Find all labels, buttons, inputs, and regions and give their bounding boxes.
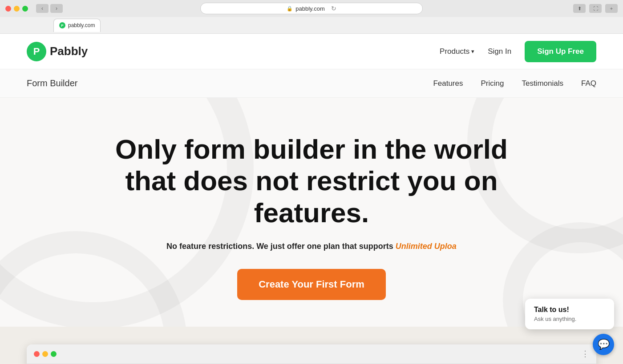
url-text: pabbly.com <box>295 5 325 12</box>
product-title: Form Builder <box>27 78 77 88</box>
hero-subtitle: No feature restrictions. We just offer o… <box>27 242 596 251</box>
new-tab-button[interactable]: + <box>605 4 618 13</box>
maximize-button[interactable] <box>22 6 28 12</box>
second-nav-links: Features Pricing Testimonials FAQ <box>433 79 596 88</box>
forward-button[interactable]: › <box>50 4 63 13</box>
signup-button[interactable]: Sign Up Free <box>525 41 596 62</box>
back-button[interactable]: ‹ <box>36 4 49 13</box>
logo-name: Pabbly <box>50 44 88 58</box>
nav-pricing[interactable]: Pricing <box>481 79 504 88</box>
preview-titlebar: ⋮ <box>27 344 596 364</box>
minimize-button[interactable] <box>14 6 20 12</box>
titlebar: ‹ › 🔒 pabbly.com ↻ ⬆ ⛶ + <box>0 0 623 17</box>
nav-testimonials[interactable]: Testimonials <box>522 79 563 88</box>
products-menu[interactable]: Products ▾ <box>440 47 474 56</box>
chat-subtitle: Ask us anything. <box>534 316 605 322</box>
hero-title: Only form builder in the world that does… <box>111 133 512 228</box>
tab-favicon: P <box>59 22 65 28</box>
browser-nav: ‹ › <box>36 4 63 13</box>
nav-faq[interactable]: FAQ <box>581 79 596 88</box>
chat-widget: Talk to us! Ask us anything. 💬 <box>525 299 614 355</box>
tab-bar: P pabbly.com <box>0 17 623 34</box>
fullscreen-button[interactable]: ⛶ <box>589 4 602 13</box>
window-controls <box>5 6 28 12</box>
top-navbar: P Pabbly Products ▾ Sign In Sign Up Free <box>0 34 623 69</box>
reload-icon[interactable]: ↻ <box>331 5 336 12</box>
hero-subtitle-highlight: Unlimited Uploa <box>396 242 457 251</box>
lock-icon: 🔒 <box>287 6 293 12</box>
logo-area[interactable]: P Pabbly <box>27 42 88 61</box>
chevron-down-icon: ▾ <box>471 48 474 55</box>
active-tab[interactable]: P pabbly.com <box>53 19 101 32</box>
hero-subtitle-plain: No feature restrictions. We just offer o… <box>166 242 393 251</box>
second-navbar: Form Builder Features Pricing Testimonia… <box>0 69 623 98</box>
preview-maximize-dot <box>51 351 57 357</box>
nav-right: Products ▾ Sign In Sign Up Free <box>440 41 596 62</box>
preview-window: ⋮ P Pabbly Form Builder + Create New For… <box>27 344 596 364</box>
share-button[interactable]: ⬆ <box>573 4 586 13</box>
tab-title: pabbly.com <box>68 22 95 28</box>
address-bar[interactable]: 🔒 pabbly.com ↻ <box>200 3 423 14</box>
hero-section: Only form builder in the world that does… <box>0 98 623 327</box>
titlebar-right-actions: ⬆ ⛶ + <box>573 4 618 13</box>
logo-icon: P <box>27 42 46 61</box>
chat-title: Talk to us! <box>534 306 605 314</box>
create-form-button[interactable]: Create Your First Form <box>237 269 386 300</box>
chat-bubble: Talk to us! Ask us anything. <box>525 299 614 329</box>
preview-close-dot <box>34 351 40 357</box>
chat-open-button[interactable]: 💬 <box>593 334 614 355</box>
signin-link[interactable]: Sign In <box>488 47 511 56</box>
preview-minimize-dot <box>42 351 48 357</box>
close-button[interactable] <box>5 6 11 12</box>
nav-features[interactable]: Features <box>433 79 463 88</box>
address-bar-container: 🔒 pabbly.com ↻ <box>200 3 423 14</box>
preview-window-controls <box>34 351 57 357</box>
